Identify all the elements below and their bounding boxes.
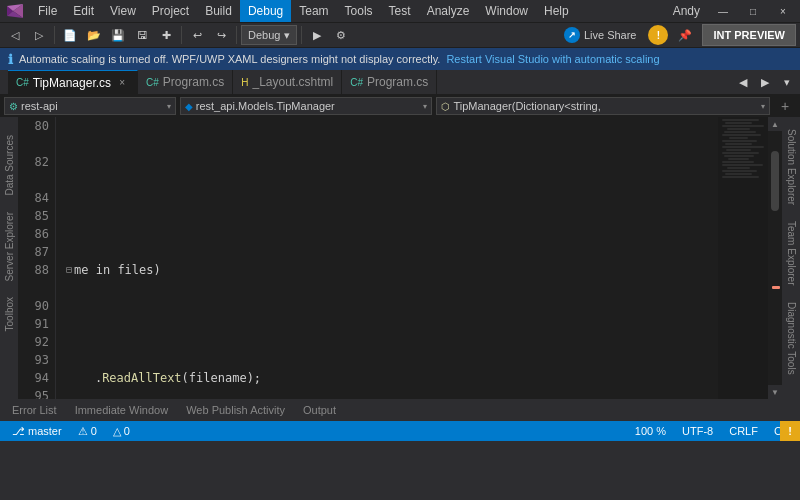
status-branch[interactable]: ⎇ master — [8, 425, 66, 438]
minimize-button[interactable]: — — [710, 0, 736, 22]
sidebar-team-explorer[interactable]: Team Explorer — [784, 213, 799, 293]
bottom-tab-error-list[interactable]: Error List — [4, 402, 65, 418]
menu-team[interactable]: Team — [291, 0, 336, 22]
status-encoding[interactable]: UTF-8 — [678, 425, 717, 437]
menu-file[interactable]: File — [30, 0, 65, 22]
tab-scroll-right[interactable]: ▶ — [756, 72, 774, 92]
build-btn[interactable]: ▶ — [306, 24, 328, 46]
sidebar-diagnostic-tools[interactable]: Diagnostic Tools — [784, 294, 799, 383]
undo-button[interactable]: ↩ — [186, 24, 208, 46]
line-endings-label: CRLF — [729, 425, 758, 437]
feedback-bottom-icon[interactable]: ! — [780, 421, 800, 441]
tab-program2[interactable]: C# Program.cs — [342, 70, 437, 94]
feedback-bottom-label: ! — [788, 425, 792, 437]
scroll-up-button[interactable]: ▲ — [768, 117, 782, 131]
warning-count: 0 — [124, 425, 130, 437]
sidebar-data-sources[interactable]: Data Sources — [2, 127, 17, 204]
info-link[interactable]: Restart Visual Studio with automatic sca… — [446, 53, 659, 65]
bottom-tab-publish[interactable]: Web Publish Activity — [178, 402, 293, 418]
menu-edit[interactable]: Edit — [65, 0, 102, 22]
sidebar-server-explorer[interactable]: Server Explorer — [2, 204, 17, 289]
cs-icon: C# — [16, 77, 29, 88]
debug-config-dropdown[interactable]: Debug ▾ — [241, 25, 297, 45]
bottom-tab-output[interactable]: Output — [295, 402, 344, 418]
debug-config-label: Debug — [248, 29, 280, 41]
bottom-area: Error List Immediate Window Web Publish … — [0, 399, 800, 441]
cs-icon-2: C# — [146, 77, 159, 88]
tab-program1-label: Program.cs — [163, 75, 224, 89]
close-button[interactable]: × — [770, 0, 796, 22]
sep4 — [301, 26, 302, 44]
menu-window[interactable]: Window — [477, 0, 536, 22]
status-warnings[interactable]: △ 0 — [109, 425, 134, 438]
scrollbar-thumb[interactable] — [771, 151, 779, 211]
forward-button[interactable]: ▷ — [28, 24, 50, 46]
feedback-icon[interactable]: ! — [648, 25, 668, 45]
tab-dropdown[interactable]: ▾ — [778, 72, 796, 92]
save-button[interactable]: 💾 — [107, 24, 129, 46]
menu-build[interactable]: Build — [197, 0, 240, 22]
menu-debug[interactable]: Debug — [240, 0, 291, 22]
scroll-down-button[interactable]: ▼ — [768, 385, 782, 399]
menu-view[interactable]: View — [102, 0, 144, 22]
class-dropdown[interactable]: ◆ rest_api.Models.TipManager ▾ — [180, 97, 433, 115]
encoding-label: UTF-8 — [682, 425, 713, 437]
left-sidebar: Data Sources Server Explorer Toolbox — [0, 117, 18, 399]
tools2-btn[interactable]: ⚙ — [330, 24, 352, 46]
menu-tools[interactable]: Tools — [337, 0, 381, 22]
tab-layout-label: _Layout.cshtml — [252, 75, 333, 89]
sidebar-solution-explorer[interactable]: Solution Explorer — [784, 121, 799, 213]
back-button[interactable]: ◁ — [4, 24, 26, 46]
tab-tipmanager[interactable]: C# TipManager.cs × — [8, 70, 138, 94]
add-tab-button[interactable]: + — [774, 95, 796, 117]
menu-bar: File Edit View Project Build Debug Team … — [0, 0, 800, 22]
tab-program2-label: Program.cs — [367, 75, 428, 89]
pin-button[interactable]: 📌 — [674, 24, 696, 46]
open-button[interactable]: 📂 — [83, 24, 105, 46]
chevron-icon-2: ▾ — [423, 102, 427, 111]
tabs-container: C# TipManager.cs × C# Program.cs H _Layo… — [0, 70, 800, 95]
bottom-tab-immediate[interactable]: Immediate Window — [67, 402, 177, 418]
branch-label: master — [28, 425, 62, 437]
status-errors[interactable]: ⚠ 0 — [74, 425, 101, 438]
cshtml-icon: H — [241, 77, 248, 88]
toolbar: ◁ ▷ 📄 📂 💾 🖫 ✚ ↩ ↪ Debug ▾ ▶ ⚙ ↗ Live Sha… — [0, 22, 800, 48]
main-area: Data Sources Server Explorer Toolbox 80 … — [0, 117, 800, 399]
menu-test[interactable]: Test — [381, 0, 419, 22]
error-indicator — [772, 286, 780, 289]
menu-bar-right: Andy — □ × — [667, 0, 796, 22]
warning-icon: △ — [113, 425, 121, 438]
chevron-icon-3: ▾ — [761, 102, 765, 111]
add-icon[interactable]: ✚ — [155, 24, 177, 46]
status-zoom[interactable]: 100 % — [631, 425, 670, 437]
vertical-scrollbar[interactable]: ▲ ▼ — [768, 117, 782, 399]
maximize-button[interactable]: □ — [740, 0, 766, 22]
sidebar-toolbox[interactable]: Toolbox — [2, 289, 17, 339]
collapse-icon[interactable]: ⊟ — [66, 261, 72, 279]
redo-button[interactable]: ↪ — [210, 24, 232, 46]
error-icon: ⚠ — [78, 425, 88, 438]
sep2 — [181, 26, 182, 44]
error-count: 0 — [91, 425, 97, 437]
menu-analyze[interactable]: Analyze — [419, 0, 478, 22]
new-project-button[interactable]: 📄 — [59, 24, 81, 46]
user-name: Andy — [667, 4, 706, 18]
tab-overflow: ◀ ▶ ▾ — [734, 70, 800, 94]
tab-scroll-left[interactable]: ◀ — [734, 72, 752, 92]
tab-tipmanager-close[interactable]: × — [115, 76, 129, 90]
right-sidebar: Solution Explorer Team Explorer Diagnost… — [782, 117, 800, 399]
code-line-82: ⊟me in files) — [66, 261, 782, 279]
menu-help[interactable]: Help — [536, 0, 577, 22]
class-name: rest_api.Models.TipManager — [196, 100, 335, 112]
status-line-endings[interactable]: CRLF — [725, 425, 762, 437]
code-line-blank1 — [66, 207, 782, 225]
menu-project[interactable]: Project — [144, 0, 197, 22]
method-dropdown[interactable]: ⬡ TipManager(Dictionary<string, ▾ — [436, 97, 770, 115]
liveshare-button[interactable]: ↗ Live Share — [558, 24, 643, 46]
tab-program1[interactable]: C# Program.cs — [138, 70, 233, 94]
project-dropdown[interactable]: ⚙ rest-api ▾ — [4, 97, 176, 115]
tab-layout[interactable]: H _Layout.cshtml — [233, 70, 342, 94]
save-all-button[interactable]: 🖫 — [131, 24, 153, 46]
code-line-80 — [66, 153, 782, 171]
int-preview-button[interactable]: INT PREVIEW — [702, 24, 796, 46]
